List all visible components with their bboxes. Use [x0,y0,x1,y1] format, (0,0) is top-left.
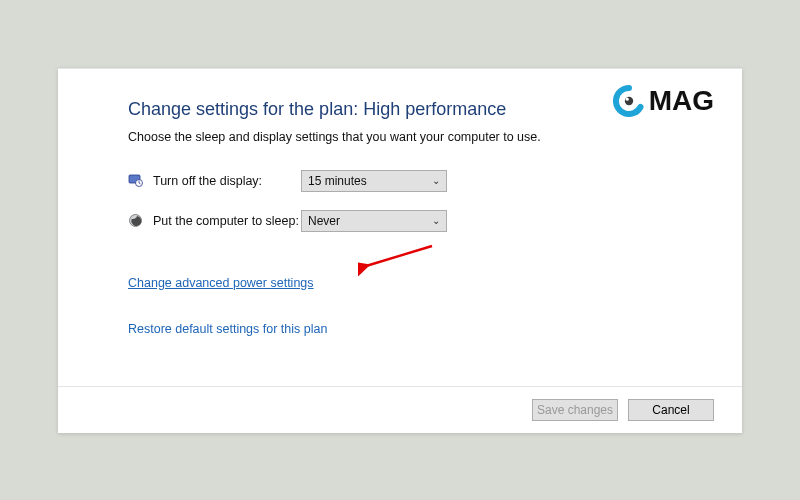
power-plan-settings-window: MAG Change settings for the plan: High p… [58,68,742,433]
logo-c-icon [613,85,645,117]
chevron-down-icon: ⌄ [432,215,440,226]
brand-logo: MAG [613,85,714,117]
turn-off-display-value: 15 minutes [308,174,367,188]
turn-off-display-label: Turn off the display: [153,174,301,188]
display-icon [128,173,143,188]
chevron-down-icon: ⌄ [432,175,440,186]
content-area: MAG Change settings for the plan: High p… [58,69,742,387]
annotation-arrow-icon [358,242,438,280]
row-sleep: Put the computer to sleep: Never ⌄ [128,210,712,232]
sleep-value: Never [308,214,340,228]
footer-button-bar: Save changes Cancel [58,387,742,433]
save-changes-button[interactable]: Save changes [532,399,618,421]
change-advanced-link[interactable]: Change advanced power settings [128,276,314,290]
links-area: Change advanced power settings Restore d… [128,258,712,336]
restore-defaults-link[interactable]: Restore default settings for this plan [128,322,327,336]
turn-off-display-select[interactable]: 15 minutes ⌄ [301,170,447,192]
row-turn-off-display: Turn off the display: 15 minutes ⌄ [128,170,712,192]
svg-point-1 [625,97,628,100]
svg-point-0 [624,96,632,104]
sleep-icon [128,213,143,228]
logo-text: MAG [649,85,714,117]
cancel-button[interactable]: Cancel [628,399,714,421]
page-subtitle: Choose the sleep and display settings th… [128,130,712,144]
sleep-select[interactable]: Never ⌄ [301,210,447,232]
sleep-label: Put the computer to sleep: [153,214,301,228]
